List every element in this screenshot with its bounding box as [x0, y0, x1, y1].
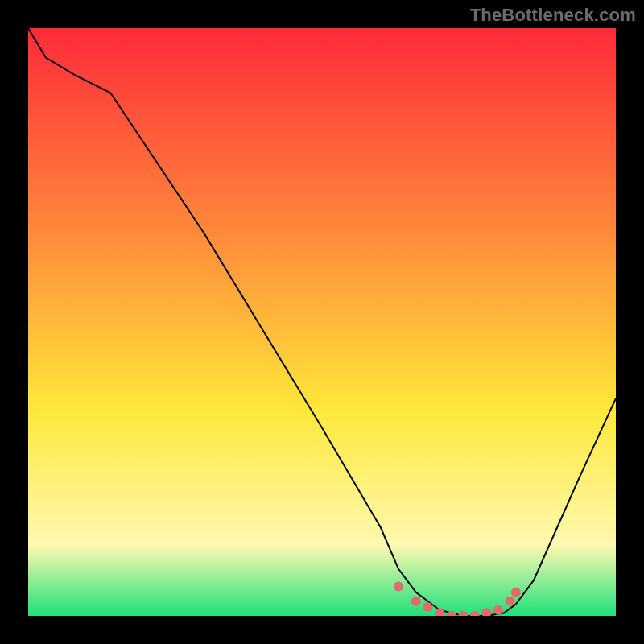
chart-frame: TheBottleneck.com [0, 0, 644, 644]
plot-area [28, 28, 616, 616]
watermark-text: TheBottleneck.com [470, 5, 636, 26]
optimal-point [411, 597, 421, 606]
chart-svg [28, 28, 616, 616]
gradient-background [28, 28, 616, 616]
optimal-point [423, 602, 432, 612]
optimal-point [511, 588, 521, 597]
optimal-point [506, 597, 515, 606]
optimal-point [394, 582, 403, 592]
optimal-point [493, 605, 503, 615]
